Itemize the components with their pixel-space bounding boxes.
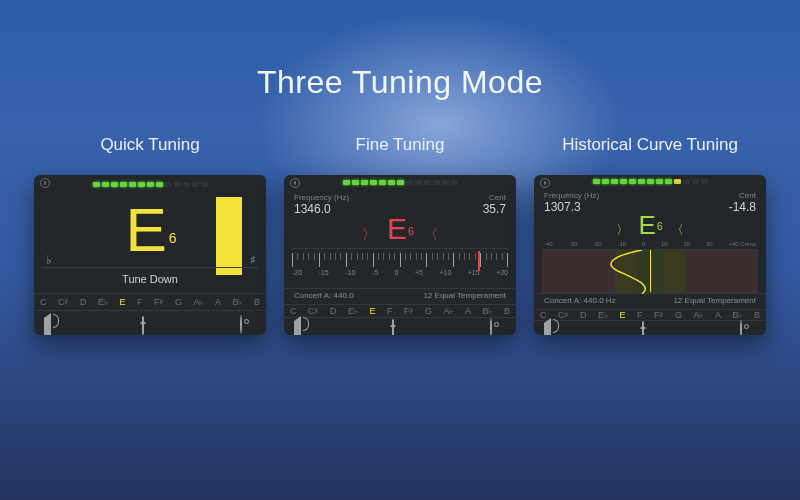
note-F[interactable]: F: [637, 310, 643, 320]
history-curve: [542, 250, 758, 294]
note-Aflat[interactable]: A♭: [193, 297, 203, 307]
note-Fsharp[interactable]: F♯: [654, 310, 664, 320]
detected-note-block: 〉 E6 〈: [534, 210, 766, 241]
topbar: [534, 175, 766, 185]
note-B[interactable]: B: [754, 310, 760, 320]
tuning-hint: Tune Down: [34, 273, 266, 285]
frequency-value: 1346.0: [294, 202, 349, 216]
history-graph: [542, 249, 758, 293]
note-B[interactable]: B: [254, 297, 260, 307]
cards-row: Quick Tuning E6 ♭ ♯ Tune Down CC♯DE♭EFF♯…: [34, 135, 766, 335]
column-title-historical: Historical Curve Tuning: [562, 135, 738, 155]
settings-button[interactable]: [490, 319, 506, 333]
temperament-readout[interactable]: 12 Equal Temperament: [673, 296, 756, 305]
arrow-left-icon: 〉: [616, 222, 629, 237]
hist-scale-labels: -40-30-20-100102030+40 Cents: [534, 241, 766, 247]
note-Aflat[interactable]: A♭: [693, 310, 703, 320]
note-G[interactable]: G: [175, 297, 182, 307]
note-strip[interactable]: CC♯DE♭EFF♯GA♭AB♭B: [534, 309, 766, 321]
note-C[interactable]: C: [40, 297, 47, 307]
input-level-meter: [343, 180, 458, 185]
input-level-meter: [593, 179, 708, 184]
note-C[interactable]: C: [290, 306, 297, 316]
topbar: [34, 175, 266, 191]
note-E[interactable]: E: [119, 297, 125, 307]
detected-note: E: [387, 212, 407, 245]
card-quick-tuning: E6 ♭ ♯ Tune Down CC♯DE♭EFF♯GA♭AB♭B: [34, 175, 266, 335]
note-F[interactable]: F: [137, 297, 143, 307]
column-title-fine: Fine Tuning: [356, 135, 445, 155]
fine-body: Frequency (Hz) 1346.0 Cent 35.7 〉 E6 〈 -…: [284, 187, 516, 304]
note-Aflat[interactable]: A♭: [443, 306, 453, 316]
cent-scale: -20-15-10-50+5+10+15+20: [292, 248, 508, 288]
note-Eflat[interactable]: E♭: [98, 297, 108, 307]
note-Eflat[interactable]: E♭: [598, 310, 608, 320]
deviation-bar: [216, 197, 242, 275]
detected-octave: 6: [169, 230, 177, 246]
column-fine: Fine Tuning Frequency (Hz) 1346.0 Cent 3…: [284, 135, 516, 335]
note-Fsharp[interactable]: F♯: [154, 297, 164, 307]
detected-note-block: 〉 E6 〈: [284, 212, 516, 246]
note-strip[interactable]: CC♯DE♭EFF♯GA♭AB♭B: [34, 293, 266, 311]
mode-cycle-button[interactable]: [142, 316, 158, 330]
note-Fsharp[interactable]: F♯: [404, 306, 414, 316]
sound-button[interactable]: [44, 316, 60, 330]
note-Bflat[interactable]: B♭: [232, 297, 242, 307]
mode-cycle-button[interactable]: [642, 321, 658, 335]
note-E[interactable]: E: [619, 310, 625, 320]
settings-button[interactable]: [240, 316, 256, 330]
topbar: [284, 175, 516, 187]
card-historical-tuning: Frequency (Hz) 1307.3 Cent -14.8 〉 E6 〈 …: [534, 175, 766, 335]
note-D[interactable]: D: [80, 297, 87, 307]
hist-body: Frequency (Hz) 1307.3 Cent -14.8 〉 E6 〈 …: [534, 185, 766, 309]
note-D[interactable]: D: [580, 310, 587, 320]
cent-readout: Cent -14.8: [729, 191, 756, 214]
arrow-left-icon: 〉: [362, 226, 376, 242]
note-Csharp[interactable]: C♯: [58, 297, 69, 307]
sound-button[interactable]: [544, 321, 560, 335]
detected-octave: 6: [657, 221, 663, 232]
mode-cycle-button[interactable]: [392, 319, 408, 333]
temperament-readout[interactable]: 12 Equal Temperament: [423, 291, 506, 300]
note-E[interactable]: E: [369, 306, 375, 316]
note-G[interactable]: G: [425, 306, 432, 316]
arrow-right-icon: 〈: [671, 222, 684, 237]
note-A[interactable]: A: [465, 306, 471, 316]
input-level-meter: [93, 182, 208, 187]
bottom-toolbar: [34, 311, 266, 335]
note-Csharp[interactable]: C♯: [308, 306, 319, 316]
note-Bflat[interactable]: B♭: [482, 306, 492, 316]
column-title-quick: Quick Tuning: [100, 135, 199, 155]
sound-button[interactable]: [294, 319, 310, 333]
detected-octave: 6: [408, 225, 414, 237]
note-Csharp[interactable]: C♯: [558, 310, 569, 320]
detected-note: E: [639, 210, 656, 240]
note-G[interactable]: G: [675, 310, 682, 320]
note-Eflat[interactable]: E♭: [348, 306, 358, 316]
concert-a-readout[interactable]: Concert A: 440.0: [294, 291, 354, 300]
scale-needle: [478, 251, 480, 271]
cent-value: 35.7: [483, 202, 506, 216]
cent-readout: Cent 35.7: [483, 193, 506, 216]
arrow-right-icon: 〈: [424, 226, 438, 242]
frequency-readout: Frequency (Hz) 1346.0: [294, 193, 349, 216]
quick-body: E6 ♭ ♯ Tune Down: [34, 191, 266, 293]
detected-note: E: [125, 199, 166, 261]
concert-a-readout[interactable]: Concert A: 440.0 Hz: [544, 296, 616, 305]
note-D[interactable]: D: [330, 306, 337, 316]
note-A[interactable]: A: [715, 310, 721, 320]
card-fine-tuning: Frequency (Hz) 1346.0 Cent 35.7 〉 E6 〈 -…: [284, 175, 516, 335]
microphone-icon[interactable]: [40, 178, 50, 188]
note-strip[interactable]: CC♯DE♭EFF♯GA♭AB♭B: [284, 304, 516, 318]
settings-button[interactable]: [740, 321, 756, 335]
frequency-readout: Frequency (Hz) 1307.3: [544, 191, 599, 214]
note-F[interactable]: F: [387, 306, 393, 316]
sharp-symbol: ♯: [250, 253, 256, 267]
bottom-toolbar: [534, 321, 766, 335]
note-Bflat[interactable]: B♭: [732, 310, 742, 320]
note-B[interactable]: B: [504, 306, 510, 316]
frequency-value: 1307.3: [544, 200, 599, 214]
note-A[interactable]: A: [215, 297, 221, 307]
flat-symbol: ♭: [46, 253, 52, 267]
cent-value: -14.8: [729, 200, 756, 214]
